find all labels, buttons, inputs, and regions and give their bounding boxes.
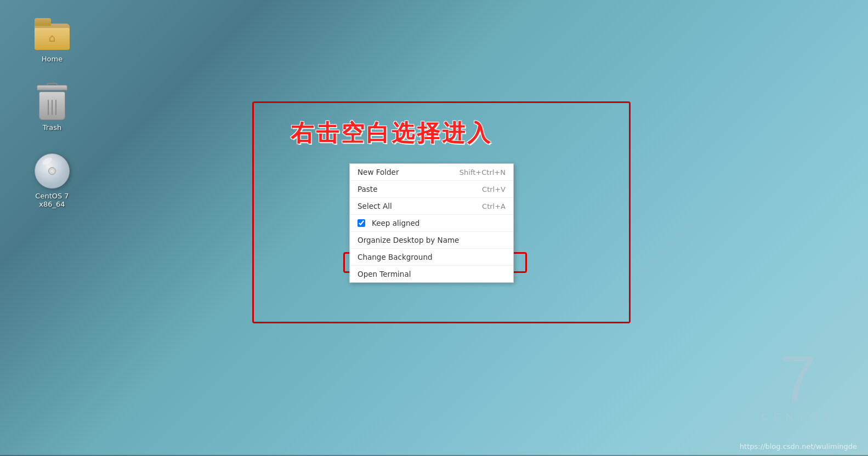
change-background-label: Change Background xyxy=(358,253,433,261)
open-terminal-label: Open Terminal xyxy=(358,270,411,278)
centos-number: 7 xyxy=(761,346,835,412)
desktop-icons: ⌂ Home xyxy=(27,16,77,208)
desktop-icon-home[interactable]: ⌂ Home xyxy=(27,16,77,63)
desktop-icon-centos[interactable]: CentOS 7 x86_64 xyxy=(27,153,77,208)
centos-icon-label: CentOS 7 x86_64 xyxy=(27,192,77,208)
menu-item-new-folder[interactable]: New Folder Shift+Ctrl+N xyxy=(350,164,513,181)
trash-icon-label: Trash xyxy=(43,123,61,132)
organize-desktop-label: Organize Desktop by Name xyxy=(358,236,459,244)
new-folder-label: New Folder xyxy=(358,168,399,176)
keep-aligned-checkbox[interactable] xyxy=(358,219,365,227)
keep-aligned-label: Keep aligned xyxy=(372,219,419,227)
centos-name: CENTOS xyxy=(761,412,835,423)
url-watermark: https://blog.csdn.net/wulimingde xyxy=(740,442,857,451)
menu-item-keep-aligned[interactable]: Keep aligned xyxy=(350,215,513,232)
menu-item-open-terminal[interactable]: Open Terminal xyxy=(350,266,513,282)
home-icon-label: Home xyxy=(42,55,63,63)
select-all-shortcut: Ctrl+A xyxy=(482,202,506,210)
menu-item-paste[interactable]: Paste Ctrl+V xyxy=(350,181,513,198)
centos-branding: 7 CENTOS xyxy=(761,346,835,423)
home-folder-icon: ⌂ xyxy=(35,16,70,52)
paste-shortcut: Ctrl+V xyxy=(482,185,506,193)
chinese-annotation-title: 右击空白选择进入 xyxy=(291,118,492,149)
menu-item-select-all[interactable]: Select All Ctrl+A xyxy=(350,198,513,215)
select-all-label: Select All xyxy=(358,202,392,210)
context-menu: New Folder Shift+Ctrl+N Paste Ctrl+V Sel… xyxy=(349,163,514,283)
desktop: ⌂ Home xyxy=(0,0,868,456)
menu-item-organize-desktop[interactable]: Organize Desktop by Name xyxy=(350,232,513,249)
new-folder-shortcut: Shift+Ctrl+N xyxy=(459,168,506,176)
cd-icon xyxy=(35,153,70,189)
menu-item-change-background[interactable]: Change Background xyxy=(350,249,513,266)
desktop-icon-trash[interactable]: Trash xyxy=(27,85,77,132)
trash-icon xyxy=(35,85,70,120)
paste-label: Paste xyxy=(358,185,377,193)
